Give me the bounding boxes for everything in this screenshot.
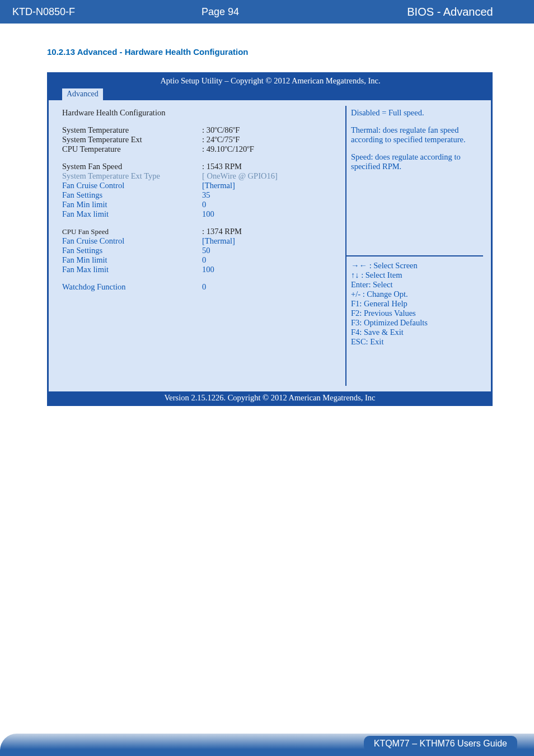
help-line-1: Disabled = Full speed. — [351, 108, 483, 118]
key-enter: Enter: Select — [351, 280, 483, 290]
help-line-3: Speed: does regulate according to specif… — [351, 152, 483, 171]
sys-fan-value: : 1543 RPM — [202, 162, 340, 171]
header-section: BIOS - Advanced — [366, 0, 534, 24]
cpu-temp-label: CPU Temperature — [62, 144, 202, 154]
sys-temp-value: : 30ºC/86ºF — [202, 125, 340, 135]
help-line-2: Thermal: does regulate fan speed accordi… — [351, 125, 483, 144]
fan-max-2-label[interactable]: Fan Max limit — [62, 265, 202, 274]
fan-cruise-2-value[interactable]: [Thermal] — [202, 236, 340, 246]
fan-settings-1-value[interactable]: 35 — [202, 190, 340, 200]
hw-health-heading: Hardware Health Configuration — [62, 108, 202, 118]
key-esc: ESC: Exit — [351, 337, 483, 347]
sys-temp-ext-type-label[interactable]: System Temperature Ext Type — [62, 171, 202, 181]
page-number: Page 94 — [202, 0, 239, 24]
sys-temp-ext-value: : 24ºC/75ºF — [202, 135, 340, 144]
fan-min-2-label[interactable]: Fan Min limit — [62, 255, 202, 265]
cpu-temp-value: : 49.10ºC/120ºF — [202, 144, 340, 154]
fan-settings-1-label[interactable]: Fan Settings — [62, 190, 202, 200]
bios-tab-row: Advanced — [49, 88, 491, 100]
watchdog-label[interactable]: Watchdog Function — [62, 282, 202, 292]
bios-panel: Aptio Setup Utility – Copyright © 2012 A… — [47, 72, 493, 406]
fan-cruise-1-label[interactable]: Fan Cruise Control — [62, 181, 202, 190]
footer-guide-label: KTQM77 – KTHM76 Users Guide — [364, 736, 517, 752]
page-header: KTD-N0850-F Page 94 BIOS - Advanced — [0, 0, 534, 27]
fan-cruise-2-label[interactable]: Fan Cruise Control — [62, 236, 202, 246]
fan-max-2-value[interactable]: 100 — [202, 265, 340, 274]
cpu-fan-speed-label: CPU Fan Speed — [62, 227, 202, 236]
cpu-fan-speed-value: : 1374 RPM — [202, 227, 340, 236]
page-footer: KTQM77 – KTHM76 Users Guide — [0, 728, 534, 756]
fan-settings-2-value[interactable]: 50 — [202, 246, 340, 255]
sys-temp-ext-type-value[interactable]: [ OneWire @ GPIO16] — [202, 171, 340, 181]
sys-fan-label: System Fan Speed — [62, 162, 202, 171]
fan-max-1-label[interactable]: Fan Max limit — [62, 209, 202, 219]
key-f3: F3: Optimized Defaults — [351, 318, 483, 328]
bios-left-pane: Hardware Health Configuration System Tem… — [49, 100, 345, 391]
key-select-screen: →← : Select Screen — [351, 261, 483, 270]
key-select-item: ↑↓ : Select Item — [351, 270, 483, 280]
key-f2: F2: Previous Values — [351, 309, 483, 318]
tab-advanced[interactable]: Advanced — [62, 88, 103, 101]
fan-settings-2-label[interactable]: Fan Settings — [62, 246, 202, 255]
fan-cruise-1-value[interactable]: [Thermal] — [202, 181, 340, 190]
key-change-opt: +/- : Change Opt. — [351, 290, 483, 299]
sys-temp-label: System Temperature — [62, 125, 202, 135]
watchdog-value[interactable]: 0 — [202, 282, 340, 292]
fan-min-1-value[interactable]: 0 — [202, 200, 340, 209]
fan-max-1-value[interactable]: 100 — [202, 209, 340, 219]
key-f4: F4: Save & Exit — [351, 328, 483, 337]
bios-version-footer: Version 2.15.1226. Copyright © 2012 Amer… — [49, 391, 491, 404]
bios-help-pane: Disabled = Full speed. Thermal: does reg… — [346, 100, 491, 391]
doc-code: KTD-N0850-F — [0, 0, 168, 24]
fan-min-1-label[interactable]: Fan Min limit — [62, 200, 202, 209]
key-f1: F1: General Help — [351, 299, 483, 309]
sys-temp-ext-label: System Temperature Ext — [62, 135, 202, 144]
section-heading: 10.2.13 Advanced - Hardware Health Confi… — [47, 47, 489, 57]
help-divider — [346, 255, 483, 256]
bios-title: Aptio Setup Utility – Copyright © 2012 A… — [49, 74, 491, 88]
fan-min-2-value[interactable]: 0 — [202, 255, 340, 265]
